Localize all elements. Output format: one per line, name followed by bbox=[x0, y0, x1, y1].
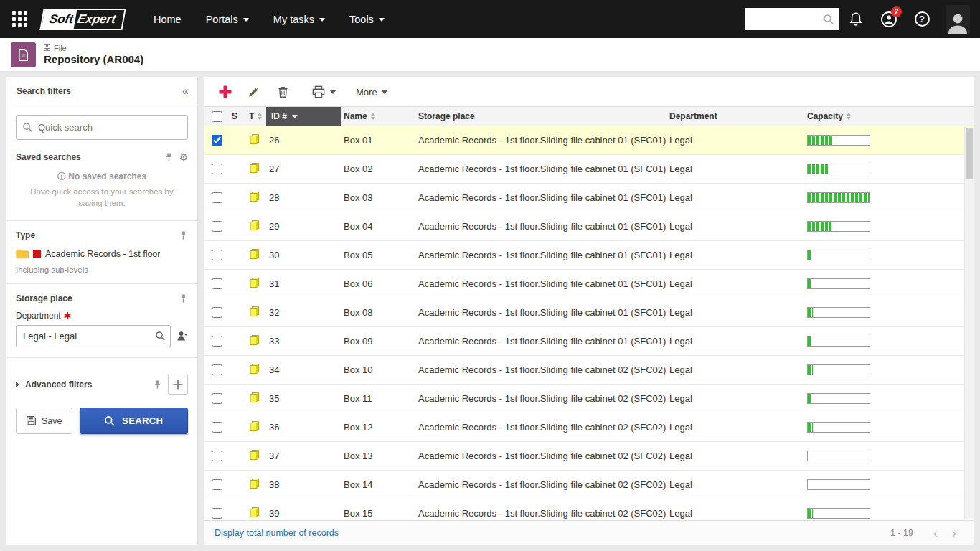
capacity-bar bbox=[807, 451, 870, 461]
cell-department: Legal bbox=[666, 250, 804, 260]
select-all-checkbox[interactable] bbox=[212, 111, 222, 122]
row-department: Legal bbox=[669, 164, 692, 174]
row-checkbox[interactable] bbox=[212, 422, 222, 433]
row-checkbox[interactable] bbox=[212, 221, 222, 232]
department-field[interactable] bbox=[23, 331, 151, 342]
next-page-button[interactable]: › bbox=[945, 524, 963, 542]
vertical-scrollbar[interactable] bbox=[964, 127, 974, 519]
capacity-fill bbox=[808, 193, 870, 202]
print-button[interactable] bbox=[306, 80, 341, 104]
table-row[interactable]: 27 Box 02 Academic Records - 1st floor.S… bbox=[204, 155, 974, 184]
divider bbox=[6, 220, 197, 221]
row-checkbox[interactable] bbox=[212, 135, 222, 146]
select-user-icon[interactable] bbox=[176, 330, 188, 342]
department-label: Department bbox=[16, 311, 61, 321]
gear-icon[interactable]: ⚙ bbox=[179, 152, 188, 162]
save-search-button[interactable]: Save bbox=[16, 408, 72, 434]
row-department: Legal bbox=[669, 307, 692, 318]
row-storage: Academic Records - 1st floor.Sliding fil… bbox=[418, 508, 666, 519]
quick-search-input[interactable] bbox=[38, 122, 182, 133]
delete-record-button[interactable] bbox=[269, 80, 296, 104]
scrollbar-thumb[interactable] bbox=[966, 128, 973, 179]
cell-id: 37 bbox=[266, 451, 341, 461]
table-row[interactable]: 32 Box 08 Academic Records - 1st floor.S… bbox=[204, 298, 974, 327]
column-header-name[interactable]: Name bbox=[341, 107, 415, 126]
column-header-s[interactable]: S bbox=[229, 107, 246, 126]
table-row[interactable]: 30 Box 05 Academic Records - 1st floor.S… bbox=[204, 241, 974, 270]
nav-item-my-tasks[interactable]: My tasks bbox=[261, 0, 337, 38]
pin-icon[interactable] bbox=[153, 380, 162, 390]
row-id: 32 bbox=[269, 307, 279, 318]
saved-searches-title: Saved searches bbox=[16, 152, 159, 162]
capacity-bar bbox=[807, 479, 870, 490]
lookup-search-icon[interactable] bbox=[155, 331, 166, 342]
expand-arrow-icon[interactable] bbox=[16, 382, 19, 387]
row-checkbox[interactable] bbox=[212, 164, 222, 174]
table-row[interactable]: 37 Box 13 Academic Records - 1st floor.S… bbox=[204, 442, 974, 471]
apps-grid-icon[interactable] bbox=[10, 10, 29, 29]
column-header-department[interactable]: Department bbox=[666, 107, 804, 126]
more-actions-button[interactable]: More bbox=[351, 80, 392, 104]
table-row[interactable]: 39 Box 15 Academic Records - 1st floor.S… bbox=[204, 499, 974, 520]
table-row[interactable]: 33 Box 09 Academic Records - 1st floor.S… bbox=[204, 327, 974, 356]
column-header-storage[interactable]: Storage place bbox=[415, 107, 666, 126]
row-id: 34 bbox=[269, 364, 279, 375]
type-filter-title: Type bbox=[16, 230, 174, 240]
row-checkbox[interactable] bbox=[212, 364, 222, 375]
nav-item-tools[interactable]: Tools bbox=[337, 0, 397, 38]
search-icon bbox=[823, 14, 834, 25]
pin-icon[interactable] bbox=[179, 293, 188, 303]
row-checkbox[interactable] bbox=[212, 451, 222, 461]
table-row[interactable]: 36 Box 12 Academic Records - 1st floor.S… bbox=[204, 413, 974, 442]
column-header-t[interactable]: T bbox=[246, 107, 266, 126]
add-filter-button[interactable] bbox=[168, 375, 188, 395]
row-checkbox[interactable] bbox=[212, 278, 222, 289]
pin-icon[interactable] bbox=[179, 230, 188, 240]
row-checkbox[interactable] bbox=[212, 192, 222, 203]
help-button[interactable]: ? bbox=[905, 0, 938, 38]
capacity-bar bbox=[807, 192, 870, 203]
row-checkbox[interactable] bbox=[212, 393, 222, 404]
row-checkbox[interactable] bbox=[212, 479, 222, 490]
row-department: Legal bbox=[669, 278, 692, 289]
add-record-button[interactable] bbox=[212, 80, 239, 104]
table-row[interactable]: 31 Box 06 Academic Records - 1st floor.S… bbox=[204, 270, 974, 298]
advanced-filters-label[interactable]: Advanced filters bbox=[25, 380, 147, 390]
prev-page-button[interactable]: ‹ bbox=[926, 524, 945, 542]
pending-tasks-button[interactable]: 2 bbox=[872, 0, 905, 38]
module-breadcrumb: File bbox=[44, 44, 143, 52]
row-checkbox-cell bbox=[204, 451, 229, 461]
type-filter-link[interactable]: Academic Records - 1st floor bbox=[45, 249, 160, 259]
column-header-capacity[interactable]: Capacity bbox=[804, 107, 964, 126]
softexpert-logo[interactable]: Soft Expert bbox=[39, 9, 126, 30]
table-row[interactable]: 38 Box 14 Academic Records - 1st floor.S… bbox=[204, 471, 974, 499]
global-search-input[interactable] bbox=[752, 14, 823, 24]
pin-icon[interactable] bbox=[164, 152, 174, 162]
search-button[interactable]: SEARCH bbox=[80, 408, 189, 434]
row-checkbox[interactable] bbox=[212, 307, 222, 318]
table-row[interactable]: 35 Box 11 Academic Records - 1st floor.S… bbox=[204, 385, 974, 413]
collapse-panel-icon[interactable]: « bbox=[182, 85, 187, 97]
document-copy-icon bbox=[249, 420, 260, 432]
table-row[interactable]: 26 Box 01 Academic Records - 1st floor.S… bbox=[204, 126, 974, 155]
column-header-id[interactable]: ID # bbox=[266, 107, 341, 126]
cell-storage: Academic Records - 1st floor.Sliding fil… bbox=[415, 250, 666, 260]
nav-item-portals[interactable]: Portals bbox=[194, 0, 261, 38]
edit-record-button[interactable] bbox=[240, 80, 268, 104]
display-total-link[interactable]: Display total number of records bbox=[215, 528, 339, 538]
capacity-bar bbox=[807, 135, 870, 146]
row-name: Box 02 bbox=[344, 164, 372, 174]
row-checkbox[interactable] bbox=[212, 508, 222, 519]
row-checkbox[interactable] bbox=[212, 250, 222, 260]
notifications-button[interactable] bbox=[839, 0, 872, 38]
table-row[interactable]: 28 Box 03 Academic Records - 1st floor.S… bbox=[204, 184, 974, 212]
user-avatar[interactable] bbox=[946, 5, 970, 34]
row-checkbox[interactable] bbox=[212, 336, 222, 347]
cell-name: Box 09 bbox=[341, 336, 415, 347]
row-name: Box 12 bbox=[344, 422, 372, 433]
table-row[interactable]: 34 Box 10 Academic Records - 1st floor.S… bbox=[204, 356, 974, 385]
table-row[interactable]: 29 Box 04 Academic Records - 1st floor.S… bbox=[204, 212, 974, 241]
nav-item-home[interactable]: Home bbox=[141, 0, 194, 38]
cell-name: Box 08 bbox=[341, 307, 415, 318]
row-storage: Academic Records - 1st floor.Sliding fil… bbox=[418, 422, 666, 433]
